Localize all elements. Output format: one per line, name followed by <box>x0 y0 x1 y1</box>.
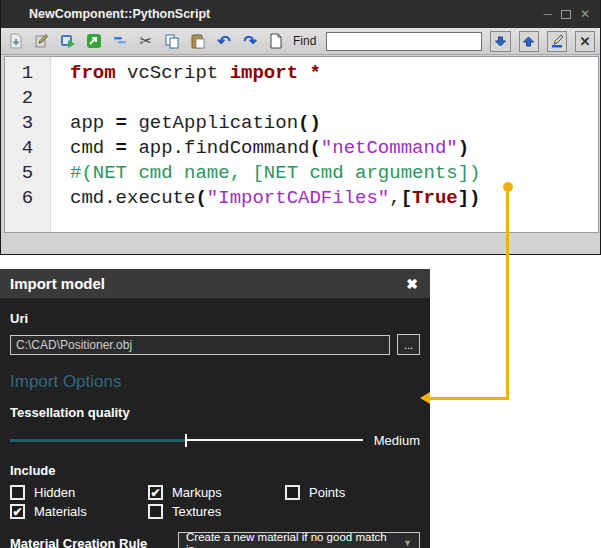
check-in-icon[interactable] <box>6 32 26 50</box>
material-rule-dropdown[interactable]: Create a new material if no good match i… <box>178 532 420 548</box>
checkbox-markups[interactable]: ✔ Markups <box>148 485 285 500</box>
export-icon[interactable] <box>84 32 104 50</box>
undo-icon[interactable]: ↶ <box>214 32 234 50</box>
uri-row: ... <box>10 334 420 355</box>
slider-thumb[interactable] <box>185 434 187 447</box>
uri-input[interactable] <box>10 335 390 355</box>
dialog-close-icon[interactable]: ✖ <box>406 276 418 292</box>
indent-icon[interactable] <box>110 32 130 50</box>
checkbox-box[interactable] <box>285 485 300 500</box>
checkbox-box-checked[interactable]: ✔ <box>10 504 25 519</box>
script-editor-window: NewComponent::PythonScript ─ ✕ ✂ ↶ <box>0 0 601 255</box>
find-input[interactable] <box>326 32 482 51</box>
find-next-icon[interactable] <box>490 31 510 52</box>
checkbox-box[interactable] <box>148 504 163 519</box>
paste-icon[interactable] <box>188 32 208 50</box>
uri-label: Uri <box>10 311 420 326</box>
flow-arrowhead-icon <box>420 392 430 404</box>
checkbox-label: Textures <box>172 504 221 519</box>
redo-icon[interactable]: ↷ <box>240 32 260 50</box>
find-label: Find <box>293 34 316 48</box>
edit-script-icon[interactable] <box>32 32 52 50</box>
tessellation-label: Tessellation quality <box>10 405 420 420</box>
material-rule-row: Material Creation Rule Create a new mate… <box>10 532 420 548</box>
code-line: cmd.execute("ImportCADFiles",[True]) <box>70 186 598 211</box>
checkbox-materials[interactable]: ✔ Materials <box>10 504 148 519</box>
checkbox-label: Markups <box>172 485 222 500</box>
material-rule-label: Material Creation Rule <box>10 536 178 548</box>
include-label: Include <box>10 463 420 478</box>
checkbox-label: Hidden <box>34 485 75 500</box>
code-line: app = getApplication() <box>70 111 598 136</box>
dialog-body: Uri ... Import Options Tessellation qual… <box>0 298 430 548</box>
tessellation-slider[interactable] <box>10 434 363 447</box>
chevron-down-icon: ▼ <box>403 538 412 548</box>
flow-arrow-horizontal-line <box>428 397 509 400</box>
slider-track-rest <box>185 439 363 441</box>
browse-button[interactable]: ... <box>397 334 420 355</box>
titlebar: NewComponent::PythonScript ─ ✕ <box>1 0 600 28</box>
slider-track-filled <box>10 439 185 442</box>
line-number: 1 <box>5 61 50 86</box>
code-line <box>70 86 598 111</box>
checkbox-points[interactable]: Points <box>285 485 420 500</box>
code-line: #(NET cmd name, [NET cmd arguments]) <box>70 161 598 186</box>
tessellation-value: Medium <box>370 433 420 448</box>
tessellation-slider-row: Medium <box>10 433 420 448</box>
import-options-heading: Import Options <box>10 372 420 392</box>
import-model-dialog: Import model ✖ Uri ... Import Options Te… <box>0 269 430 548</box>
checkbox-hidden[interactable]: Hidden <box>10 485 148 500</box>
gutter: 123456 <box>5 57 51 232</box>
maximize-icon[interactable] <box>561 10 571 19</box>
code-editor[interactable]: 123456 from vcScript import * app = getA… <box>4 56 599 233</box>
dialog-titlebar: Import model ✖ <box>0 269 430 298</box>
checkbox-label: Materials <box>34 504 87 519</box>
code-line: cmd = app.findCommand("netCommand") <box>70 136 598 161</box>
dialog-title: Import model <box>10 275 105 292</box>
copy-icon[interactable] <box>162 32 182 50</box>
clear-find-icon[interactable]: ✕ <box>575 31 595 52</box>
run-script-icon[interactable] <box>58 32 78 50</box>
checkbox-textures[interactable]: Textures <box>148 504 285 519</box>
line-number: 4 <box>5 136 50 161</box>
line-number: 5 <box>5 161 50 186</box>
code-lines[interactable]: from vcScript import * app = getApplicat… <box>51 57 598 232</box>
checkbox-box[interactable] <box>10 485 25 500</box>
highlight-all-icon[interactable] <box>547 31 567 52</box>
include-options: Hidden ✔ Markups Points ✔ Materials Text… <box>10 485 420 519</box>
line-number: 6 <box>5 186 50 211</box>
minimize-icon[interactable]: ─ <box>543 8 552 20</box>
line-number: 2 <box>5 86 50 111</box>
material-rule-value: Create a new material if no good match i… <box>186 531 403 548</box>
checkbox-label: Points <box>309 485 345 500</box>
flow-arrow-vertical-line <box>506 189 509 399</box>
find-previous-icon[interactable] <box>519 31 539 52</box>
line-number: 3 <box>5 111 50 136</box>
find-document-icon <box>266 32 286 50</box>
window-title: NewComponent::PythonScript <box>29 7 210 21</box>
close-icon[interactable]: ✕ <box>580 8 590 20</box>
checkbox-box-checked[interactable]: ✔ <box>148 485 163 500</box>
cut-icon[interactable]: ✂ <box>136 32 156 50</box>
code-line: from vcScript import * <box>70 61 598 86</box>
window-controls: ─ ✕ <box>543 8 590 20</box>
editor-toolbar: ✂ ↶ ↷ Find ✕ <box>1 28 600 55</box>
